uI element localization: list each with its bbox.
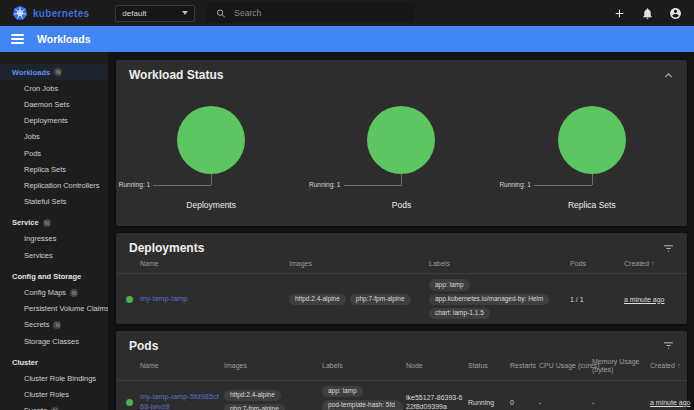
replica-sets-chart: Running: 1 Replica Sets (497, 86, 687, 226)
legend-connector (153, 185, 211, 186)
menu-hamburger-icon[interactable] (11, 34, 24, 44)
top-bar-actions (613, 7, 682, 20)
deployments-chart-legend: Running: 1 (119, 181, 150, 188)
namespaced-badge-icon: N (54, 68, 62, 76)
namespaced-badge-icon: N (70, 289, 78, 297)
user-account-icon[interactable] (669, 7, 682, 20)
sidebar-item-cluster-role-bindings[interactable]: Cluster Role Bindings (0, 370, 108, 386)
image-chip: httpd:2.4-alpine (289, 294, 346, 305)
namespaced-badge-icon: N (53, 321, 61, 329)
deployments-pie-chart (177, 106, 245, 174)
sidebar-item-deployments[interactable]: Deployments (0, 113, 108, 129)
image-chip: httpd:2.4-alpine (224, 390, 281, 401)
sidebar-item-ingresses[interactable]: Ingresses (0, 231, 108, 247)
kubernetes-logo-icon (12, 5, 28, 21)
column-header-memory: Memory Usage (bytes) (592, 358, 650, 375)
filter-icon[interactable] (662, 339, 675, 352)
pods-chart-legend: Running: 1 (309, 181, 340, 188)
sidebar-item-secrets[interactable]: Secrets N (0, 317, 108, 333)
column-header-labels: Labels (322, 362, 406, 370)
column-header-status: Status (468, 362, 510, 370)
replica-sets-pie-chart (558, 106, 626, 174)
label-chip: app.kubernetes.io/managed-by: Helm (429, 294, 549, 305)
deployment-table-row: my-lamp-lamp httpd:2.4-alpine php:7-fpm-… (116, 274, 687, 323)
label-chip: app: lamp (429, 279, 470, 290)
deployments-chart-title: Deployments (116, 200, 306, 210)
pods-card: Pods Name Images Labels Node Status Rest… (116, 331, 687, 410)
legend-connector (534, 185, 592, 186)
sidebar-item-cluster-roles[interactable]: Cluster Roles (0, 387, 108, 403)
sidebar-section-config-and-storage[interactable]: Config and Storage (0, 268, 108, 284)
sidebar-item-stateful-sets[interactable]: Stateful Sets (0, 194, 108, 210)
column-header-created[interactable]: Created ↑ (650, 362, 680, 370)
column-header-name[interactable]: Name (140, 260, 289, 268)
legend-connector (211, 174, 212, 185)
add-resource-icon[interactable] (613, 7, 626, 20)
label-chip: app: lamp (322, 386, 363, 397)
chevron-down-icon (182, 11, 188, 15)
sidebar-nav: Workloads N Cron Jobs Daemon Sets Deploy… (0, 52, 108, 410)
top-app-bar: kubernetes default (0, 0, 694, 26)
column-header-restarts: Restarts (510, 362, 539, 370)
pods-table-header: Name Images Labels Node Status Restarts … (116, 355, 687, 381)
filter-icon[interactable] (662, 242, 675, 255)
workload-status-title: Workload Status (129, 68, 223, 82)
brand-title: kubernetes (33, 8, 89, 19)
page-title: Workloads (37, 33, 90, 45)
column-header-node: Node (406, 362, 468, 370)
namespace-selector[interactable]: default (115, 5, 195, 22)
sort-ascending-icon: ↑ (677, 362, 681, 370)
pod-status: Running (468, 399, 510, 406)
search-icon (216, 8, 226, 19)
image-chip: php:7-fpm-alpine (224, 404, 285, 410)
column-header-labels: Labels (429, 260, 570, 268)
column-header-pods: Pods (570, 260, 624, 268)
pod-name-link[interactable]: my-lamp-lamp-5fd985cf68-jwvz8 (140, 392, 224, 410)
label-chip: chart: lamp-1.1.5 (429, 308, 490, 319)
sidebar-item-storage-classes[interactable]: Storage Classes (0, 333, 108, 349)
main-content: Workload Status Running: 1 Deployments (108, 52, 694, 410)
column-header-images: Images (224, 362, 322, 370)
notifications-bell-icon[interactable] (641, 7, 654, 20)
search-input[interactable] (234, 8, 406, 18)
page-toolbar: Workloads (0, 26, 694, 52)
sidebar-item-daemon-sets[interactable]: Daemon Sets (0, 96, 108, 112)
pods-chart: Running: 1 Pods (306, 86, 496, 226)
namespaced-badge-icon: N (43, 219, 51, 227)
deployments-card: Deployments Name Images Labels Pods Crea… (116, 233, 687, 324)
sidebar-section-cluster[interactable]: Cluster (0, 354, 108, 370)
sidebar-item-events[interactable]: Events N (0, 403, 108, 410)
column-header-name[interactable]: Name (140, 362, 224, 370)
search-bar[interactable] (207, 3, 415, 23)
column-header-cpu: CPU Usage (cores) (539, 362, 592, 370)
status-ok-icon (126, 399, 133, 406)
column-header-images: Images (289, 260, 429, 268)
collapse-chevron-up-icon[interactable] (662, 69, 675, 82)
sidebar-item-service[interactable]: Service N (0, 215, 108, 231)
sidebar-item-services[interactable]: Services (0, 247, 108, 263)
legend-connector (344, 185, 402, 186)
image-chip: php:7-fpm-alpine (350, 294, 411, 305)
sidebar-item-jobs[interactable]: Jobs (0, 129, 108, 145)
sidebar-item-config-maps[interactable]: Config Maps N (0, 284, 108, 300)
sidebar-item-replication-controllers[interactable]: Replication Controllers (0, 177, 108, 193)
column-header-created[interactable]: Created ↑ (624, 260, 677, 268)
label-chip: pod-template-hash: 5fd985cf68 (322, 400, 403, 410)
sidebar-item-cron-jobs[interactable]: Cron Jobs (0, 80, 108, 96)
pod-table-row: my-lamp-lamp-5fd985cf68-jwvz8 httpd:2.4-… (116, 381, 687, 410)
sidebar-item-workloads[interactable]: Workloads N (0, 64, 108, 80)
created-timestamp: a minute ago (650, 399, 690, 406)
node-name: lke55127-86393-622f8d09399a (406, 393, 468, 410)
deployment-name-link[interactable]: my-lamp-lamp (140, 294, 289, 304)
sort-ascending-icon: ↑ (651, 260, 655, 268)
created-timestamp: a minute ago (624, 296, 677, 303)
sidebar-item-replica-sets[interactable]: Replica Sets (0, 161, 108, 177)
sidebar-item-persistent-volume-claims[interactable]: Persistent Volume Claims N (0, 301, 108, 317)
sidebar-item-pods[interactable]: Pods (0, 145, 108, 161)
deployments-chart: Running: 1 Deployments (116, 86, 306, 226)
pods-ratio: 1 / 1 (570, 296, 624, 303)
pods-card-title: Pods (129, 339, 158, 353)
pod-memory-usage: - (592, 399, 650, 406)
replica-sets-chart-title: Replica Sets (497, 200, 687, 210)
status-ok-icon (126, 296, 133, 303)
